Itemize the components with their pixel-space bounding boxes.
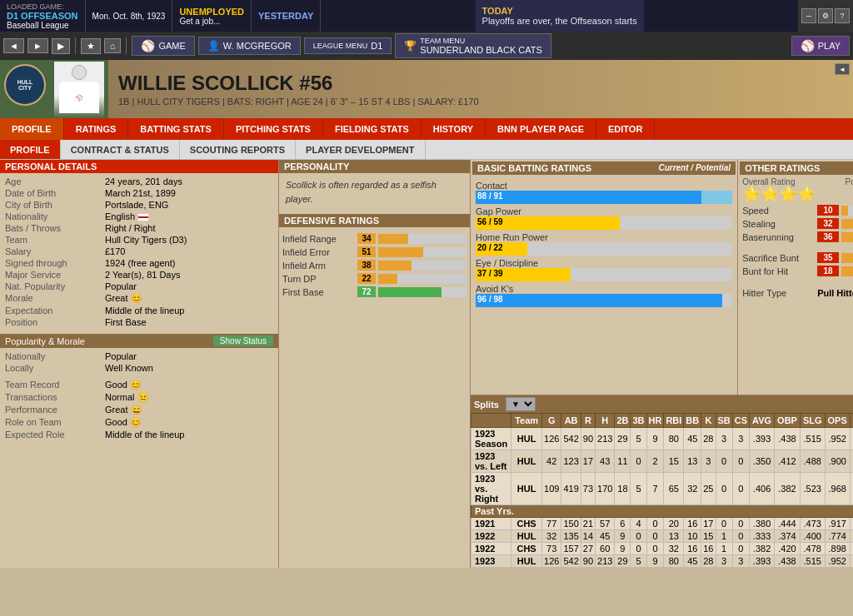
field-team: TeamHull City Tigers (D3): [3, 234, 275, 246]
hitter-type-value: Pull Hitter: [817, 288, 853, 298]
main-tabs: PROFILE RATINGS BATTING STATS PITCHING S…: [0, 118, 853, 140]
help-btn[interactable]: ?: [835, 8, 850, 23]
splits-dropdown[interactable]: ▼: [506, 397, 536, 411]
def-first-base: First Base 72: [282, 286, 466, 297]
rating-hr-power: Home Run Power 20 / 22: [476, 232, 732, 256]
splits-area: Splits ▼ Team G AB R H 2B: [471, 395, 853, 568]
rating-stealing: Stealing 32: [742, 218, 853, 229]
current-potential-label: Current / Potential: [658, 163, 731, 173]
tab-ratings[interactable]: RATINGS: [64, 118, 129, 140]
other-ratings-panel: OTHER RATINGS Overall Rating ⭐⭐⭐⭐☆ Poten…: [737, 160, 853, 395]
personal-fields: Age24 years, 201 days Date of BirthMarch…: [0, 173, 278, 330]
show-status-button[interactable]: Show Status: [213, 335, 273, 346]
subtab-contract[interactable]: CONTRACT & STATUS: [61, 140, 180, 159]
splits-header: Splits ▼: [471, 395, 853, 413]
subtab-profile[interactable]: PROFILE: [0, 140, 61, 159]
batting-ratings-panel: BASIC BATTING RATINGS Current / Potentia…: [471, 160, 737, 395]
manager-menu[interactable]: 👤 W. MCGREGOR: [198, 37, 301, 55]
tab-batting-stats[interactable]: BATTING STATS: [128, 118, 224, 140]
popularity-section: Popularity & Morale Show Status National…: [0, 334, 278, 443]
personal-header: PERSONAL DETAILS: [0, 160, 278, 173]
rating-baserunning: Baserunning 36: [742, 231, 853, 242]
def-turn-dp: Turn DP 22: [282, 273, 466, 284]
defensive-header: DEFENSIVE RATINGS: [279, 214, 470, 227]
play-label: PLAY: [818, 41, 841, 51]
popularity-title: Popularity & Morale: [5, 336, 85, 346]
play-menu[interactable]: ⚾ PLAY: [791, 36, 850, 56]
english-flag: [137, 213, 149, 221]
rating-bunt-hit: Bunt for Hit 18: [742, 266, 853, 276]
sac-bunt-bar: [841, 253, 853, 263]
tab-bnn[interactable]: BNN PLAYER PAGE: [486, 118, 596, 140]
right-area: BASIC BATTING RATINGS Current / Potentia…: [471, 160, 853, 568]
rating-gap-power: Gap Power 56 / 59: [476, 206, 732, 230]
loaded-game-section: LOADED GAME: D1 OFFSEASON Baseball Leagu…: [0, 0, 86, 32]
yesterday-label: YESTERDAY: [258, 11, 313, 21]
settings-btn[interactable]: ⚙: [818, 8, 833, 23]
nav-back[interactable]: ◄: [3, 38, 24, 53]
personality-section: PERSONALITY Scollick is often regarded a…: [279, 160, 470, 211]
unemployed-label: UNEMPLOYED: [179, 7, 244, 17]
table-row: 1922 HUL 32 135 14 45 9 0 0 13 10 15: [471, 530, 854, 543]
tab-profile[interactable]: PROFILE: [0, 118, 64, 140]
manager-name: W. MCGREGOR: [223, 41, 292, 51]
tab-fielding-stats[interactable]: FIELDING STATS: [323, 118, 422, 140]
stats-body: 1923 Season HUL 126 542 90 213 29 5 9 80…: [471, 428, 854, 568]
game-menu-label: GAME: [158, 41, 185, 51]
collapse-btn[interactable]: ◄: [835, 63, 850, 75]
nav-home[interactable]: ⌂: [104, 38, 122, 53]
def-bar-firstbase: [378, 287, 441, 297]
field-popularity: Nat. PopularityPopular: [3, 281, 275, 292]
baserunning-bar: [841, 232, 853, 242]
unemployed-section: UNEMPLOYED Get a job...: [172, 0, 252, 32]
nav-forward[interactable]: ►: [27, 38, 48, 53]
stealing-bar: [841, 219, 853, 229]
subtab-development[interactable]: PLAYER DEVELOPMENT: [296, 140, 425, 159]
rating-speed: Speed 10: [742, 205, 853, 216]
stars-row: Overall Rating ⭐⭐⭐⭐☆ Potential Rating ☆☆…: [742, 177, 853, 201]
game-date: Mon. Oct. 8th, 1923: [92, 12, 166, 21]
other-ratings-header: OTHER RATINGS: [740, 161, 853, 175]
team-logo: HULLCITY: [4, 64, 46, 106]
tab-history[interactable]: HISTORY: [422, 118, 486, 140]
game-mode: D1 OFFSEASON: [7, 11, 78, 21]
batting-header: BASIC BATTING RATINGS Current / Potentia…: [472, 161, 736, 175]
minimize-btn[interactable]: ─: [801, 8, 816, 23]
team-menu[interactable]: 🏆 TEAM MENU SUNDERLAND BLACK CATS: [395, 33, 551, 58]
pop-role: Role on TeamGood 😊: [3, 416, 275, 429]
nav-play[interactable]: ▶: [52, 38, 70, 54]
subtab-scouting[interactable]: SCOUTING REPORTS: [180, 140, 296, 159]
field-bats: Bats / ThrowsRight / Right: [3, 222, 275, 234]
col-team: Team: [511, 414, 542, 428]
tab-editor[interactable]: EDITOR: [596, 118, 655, 140]
col-season: [471, 414, 511, 428]
potential-stars: ☆☆☆☆☆: [846, 186, 853, 201]
player-details: 1B | HULL CITY TIGERS | BATS: RIGHT | AG…: [118, 97, 479, 107]
past-years-header: Past Yrs.: [471, 505, 854, 518]
league-menu-label: LEAGUE MENU: [313, 42, 368, 50]
popularity-header: Popularity & Morale Show Status: [0, 334, 278, 348]
pop-transactions: TransactionsNormal 😐: [3, 391, 275, 404]
game-menu[interactable]: ⚾ GAME: [132, 36, 194, 56]
personality-header: PERSONALITY: [279, 160, 470, 173]
splits-label: Splits: [474, 400, 499, 410]
field-signed: Signed through1924 (free agent): [3, 257, 275, 269]
player-header: HULLCITY ⚾ WILLIE SCOLLICK #56 1B | HULL…: [0, 60, 853, 118]
rating-avoid-ks: Avoid K's 96 / 98: [476, 284, 732, 307]
team-menu-label: TEAM MENU: [420, 37, 542, 45]
rating-sac-bunt: Sacrifice Bunt 35: [742, 252, 853, 263]
other-ratings-content: Overall Rating ⭐⭐⭐⭐☆ Potential Rating ☆☆…: [740, 175, 853, 303]
field-age: Age24 years, 201 days: [3, 176, 275, 187]
spacer: [742, 245, 853, 250]
league-menu[interactable]: LEAGUE MENU D1: [304, 37, 392, 54]
nav-favorite[interactable]: ★: [81, 38, 101, 54]
tab-pitching-stats[interactable]: PITCHING STATS: [224, 118, 323, 140]
def-bar-error: [378, 247, 423, 257]
potential-rating: Potential Rating ☆☆☆☆☆: [846, 177, 853, 201]
splits-table-container: Team G AB R H 2B 3B HR RBI BB K SB: [471, 413, 853, 568]
def-bar-arm: [378, 261, 412, 271]
def-infield-range: Infield Range 34: [282, 233, 466, 244]
table-row: 1923 vs. Left HUL 42 123 17 43 11 0 2 15…: [471, 450, 854, 473]
rating-contact: Contact 88 / 91: [476, 181, 732, 204]
hitter-type: Hitter Type Pull Hitter: [742, 288, 853, 298]
